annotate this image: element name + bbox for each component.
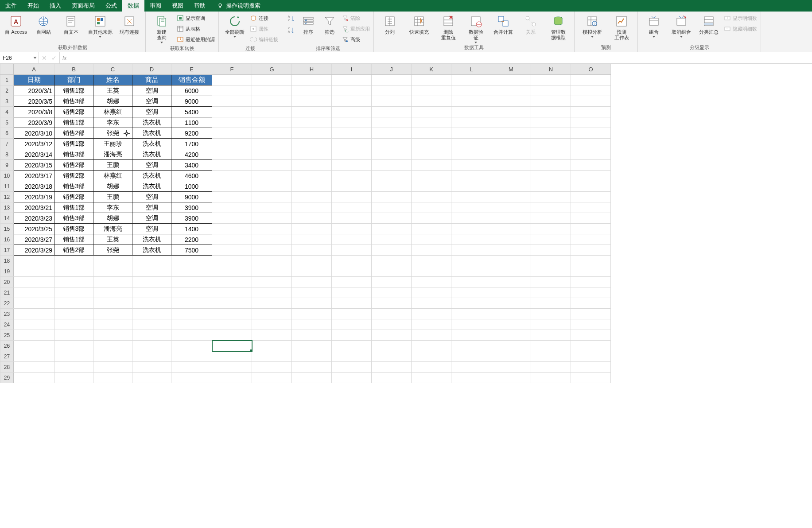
row-header-17[interactable]: 17 (0, 245, 14, 256)
cell-A20[interactable] (14, 277, 54, 287)
cell-B22[interactable] (54, 298, 93, 309)
cell-E6[interactable]: 9200 (171, 128, 212, 139)
cell-J21[interactable] (372, 287, 412, 298)
cell-B15[interactable]: 销售3部 (54, 224, 93, 234)
cell-O24[interactable] (571, 319, 611, 330)
cell-D16[interactable]: 洗衣机 (132, 234, 171, 245)
cell-H15[interactable] (292, 224, 332, 234)
cell-H29[interactable] (292, 373, 332, 383)
cell-E28[interactable] (171, 362, 212, 373)
cell-K20[interactable] (412, 277, 451, 287)
cell-F16[interactable] (212, 234, 252, 245)
cell-M13[interactable] (491, 202, 531, 213)
cell-M28[interactable] (491, 362, 531, 373)
cell-G12[interactable] (252, 192, 292, 202)
cell-M16[interactable] (491, 234, 531, 245)
cell-C6[interactable]: 张尧 (93, 128, 132, 139)
cell-C24[interactable] (93, 319, 132, 330)
cell-M7[interactable] (491, 139, 531, 149)
cell-C19[interactable] (93, 266, 132, 277)
cell-D23[interactable] (132, 309, 171, 319)
row-header-24[interactable]: 24 (0, 319, 14, 330)
cell-J5[interactable] (372, 117, 412, 128)
menu-审阅[interactable]: 审阅 (144, 0, 167, 12)
cell-L9[interactable] (451, 160, 491, 171)
cell-H12[interactable] (292, 192, 332, 202)
cell-J22[interactable] (372, 298, 412, 309)
column-header-I[interactable]: I (332, 64, 372, 75)
cell-L19[interactable] (451, 266, 491, 277)
cell-G26[interactable] (252, 341, 292, 351)
cell-K7[interactable] (412, 139, 451, 149)
cell-L15[interactable] (451, 224, 491, 234)
cell-E22[interactable] (171, 298, 212, 309)
cell-C10[interactable]: 林燕红 (93, 171, 132, 181)
cell-M10[interactable] (491, 171, 531, 181)
new-query-button[interactable]: 新建查询 (148, 12, 175, 43)
row-header-13[interactable]: 13 (0, 202, 14, 213)
row-header-9[interactable]: 9 (0, 160, 14, 171)
cell-G15[interactable] (252, 224, 292, 234)
cell-A29[interactable] (14, 373, 54, 383)
column-header-M[interactable]: M (491, 64, 531, 75)
cell-M27[interactable] (491, 351, 531, 362)
cell-O26[interactable] (571, 341, 611, 351)
column-header-F[interactable]: F (212, 64, 252, 75)
cell-F14[interactable] (212, 213, 252, 224)
cell-A13[interactable]: 2020/3/21 (14, 202, 54, 213)
cell-G16[interactable] (252, 234, 292, 245)
cell-K27[interactable] (412, 351, 451, 362)
cell-I21[interactable] (332, 287, 372, 298)
subtotal-button[interactable]: 分类汇总 (695, 12, 722, 35)
cell-I17[interactable] (332, 245, 372, 256)
cell-F19[interactable] (212, 266, 252, 277)
cell-H24[interactable] (292, 319, 332, 330)
cell-J1[interactable] (372, 75, 412, 85)
cell-D11[interactable]: 洗衣机 (132, 181, 171, 192)
cell-E24[interactable] (171, 319, 212, 330)
cell-B25[interactable] (54, 330, 93, 341)
cell-G23[interactable] (252, 309, 292, 319)
what-if-button[interactable]: ?模拟分析 (577, 12, 607, 38)
cell-E13[interactable]: 3900 (171, 202, 212, 213)
cell-N17[interactable] (531, 245, 571, 256)
cell-K1[interactable] (412, 75, 451, 85)
row-header-27[interactable]: 27 (0, 351, 14, 362)
cell-N22[interactable] (531, 298, 571, 309)
manage-data-model-button[interactable]: 管理数据模型 (545, 12, 571, 41)
cell-G22[interactable] (252, 298, 292, 309)
cell-G14[interactable] (252, 213, 292, 224)
cell-A5[interactable]: 2020/3/9 (14, 117, 54, 128)
cell-E2[interactable]: 6000 (171, 85, 212, 96)
cell-M26[interactable] (491, 341, 531, 351)
cell-H3[interactable] (292, 96, 332, 107)
cell-G20[interactable] (252, 277, 292, 287)
row-header-1[interactable]: 1 (0, 75, 14, 85)
row-header-23[interactable]: 23 (0, 309, 14, 319)
cell-I29[interactable] (332, 373, 372, 383)
cell-F18[interactable] (212, 256, 252, 266)
cell-F5[interactable] (212, 117, 252, 128)
cell-K10[interactable] (412, 171, 451, 181)
cell-B27[interactable] (54, 351, 93, 362)
cell-D1[interactable]: 商品 (132, 75, 171, 85)
consolidate-button[interactable]: 合并计算 (490, 12, 517, 35)
cell-F29[interactable] (212, 373, 252, 383)
cell-K14[interactable] (412, 213, 451, 224)
cell-C28[interactable] (93, 362, 132, 373)
cell-M6[interactable] (491, 128, 531, 139)
cell-H19[interactable] (292, 266, 332, 277)
cell-M12[interactable] (491, 192, 531, 202)
cell-F11[interactable] (212, 181, 252, 192)
cell-M14[interactable] (491, 213, 531, 224)
cell-C23[interactable] (93, 309, 132, 319)
cell-M25[interactable] (491, 330, 531, 341)
cell-B14[interactable]: 销售3部 (54, 213, 93, 224)
cell-D4[interactable]: 空调 (132, 107, 171, 117)
cell-A10[interactable]: 2020/3/17 (14, 171, 54, 181)
cell-F9[interactable] (212, 160, 252, 171)
cell-I9[interactable] (332, 160, 372, 171)
cell-A28[interactable] (14, 362, 54, 373)
row-header-29[interactable]: 29 (0, 373, 14, 383)
row-header-25[interactable]: 25 (0, 330, 14, 341)
